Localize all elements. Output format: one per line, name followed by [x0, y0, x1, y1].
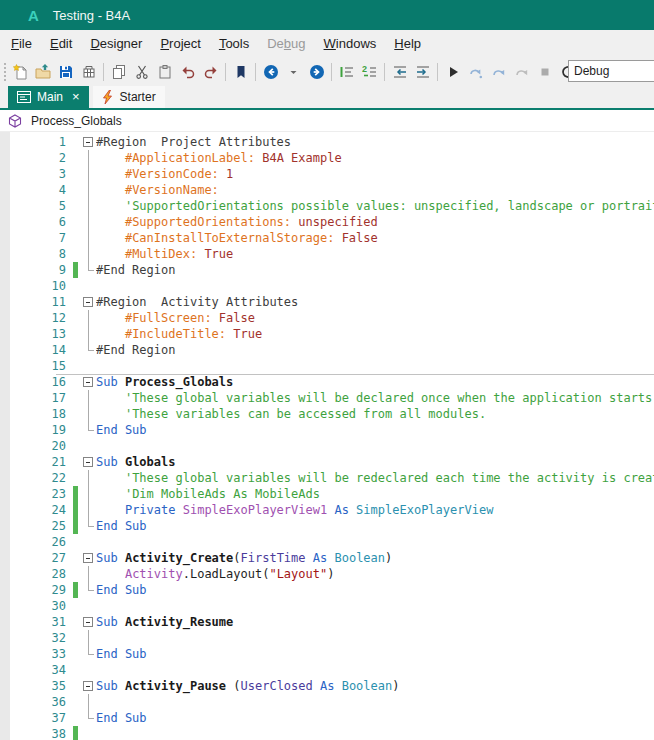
navigate-back-button[interactable]: [259, 61, 282, 83]
redo-button[interactable]: [199, 61, 222, 83]
code-line[interactable]: 15: [10, 358, 654, 374]
navigate-forward-button[interactable]: [305, 61, 328, 83]
line-number[interactable]: 35: [10, 678, 72, 694]
menu-item-edit[interactable]: Edit: [41, 32, 81, 55]
line-number[interactable]: 33: [10, 646, 72, 662]
line-number[interactable]: 9: [10, 262, 72, 278]
code-line[interactable]: 32: [10, 630, 654, 646]
tab-starter[interactable]: Starter: [93, 86, 165, 108]
code-line[interactable]: 33End Sub: [10, 646, 654, 662]
fold-collapse-icon[interactable]: [80, 374, 96, 390]
fold-collapse-icon[interactable]: [80, 678, 96, 694]
run-button[interactable]: [441, 61, 464, 83]
breadcrumb[interactable]: Process_Globals: [0, 110, 654, 132]
line-number[interactable]: 8: [10, 246, 72, 262]
line-number[interactable]: 11: [10, 294, 72, 310]
cut-button[interactable]: [130, 61, 153, 83]
code-line[interactable]: 24 Private SimpleExoPlayerView1 As Simpl…: [10, 502, 654, 518]
shift-left-button[interactable]: [388, 61, 411, 83]
tab-main[interactable]: Main ×: [8, 86, 89, 108]
new-file-button[interactable]: [8, 61, 31, 83]
code-line[interactable]: 7 #CanInstallToExternalStorage: False: [10, 230, 654, 246]
line-number[interactable]: 28: [10, 566, 72, 582]
line-number[interactable]: 25: [10, 518, 72, 534]
code-line[interactable]: 14#End Region: [10, 342, 654, 358]
line-number[interactable]: 1: [10, 134, 72, 150]
code-line[interactable]: 38: [10, 726, 654, 740]
code-line[interactable]: 19End Sub: [10, 422, 654, 438]
line-number[interactable]: 16: [10, 374, 72, 390]
line-number[interactable]: 15: [10, 358, 72, 374]
line-number[interactable]: 36: [10, 694, 72, 710]
code-line[interactable]: 11#Region Activity Attributes: [10, 294, 654, 310]
line-number[interactable]: 38: [10, 726, 72, 740]
code-line[interactable]: 27Sub Activity_Create(FirstTime As Boole…: [10, 550, 654, 566]
code-line[interactable]: 13 #IncludeTitle: True: [10, 326, 654, 342]
line-number[interactable]: 37: [10, 710, 72, 726]
menu-item-tools[interactable]: Tools: [210, 32, 258, 55]
code-line[interactable]: 28 Activity.LoadLayout("Layout"): [10, 566, 654, 582]
navigate-back-dropdown-button[interactable]: [282, 61, 305, 83]
code-line[interactable]: 9#End Region: [10, 262, 654, 278]
stop-button[interactable]: [533, 61, 556, 83]
code-line[interactable]: 23 'Dim MobileAds As MobileAds: [10, 486, 654, 502]
copy-button[interactable]: [107, 61, 130, 83]
code-line[interactable]: 37End Sub: [10, 710, 654, 726]
line-number[interactable]: 21: [10, 454, 72, 470]
line-number[interactable]: 24: [10, 502, 72, 518]
line-number[interactable]: 30: [10, 598, 72, 614]
line-number[interactable]: 5: [10, 198, 72, 214]
code-line[interactable]: 20: [10, 438, 654, 454]
close-icon[interactable]: ×: [72, 91, 80, 103]
build-configuration-combo[interactable]: Debug: [568, 60, 654, 82]
line-number[interactable]: 34: [10, 662, 72, 678]
line-number[interactable]: 6: [10, 214, 72, 230]
line-number[interactable]: 14: [10, 342, 72, 358]
undo-button[interactable]: [176, 61, 199, 83]
code-line[interactable]: 6 #SupportedOrientations: unspecified: [10, 214, 654, 230]
code-line[interactable]: 18 'These variables can be accessed from…: [10, 406, 654, 422]
line-number[interactable]: 18: [10, 406, 72, 422]
line-number[interactable]: 4: [10, 182, 72, 198]
code-line[interactable]: 34: [10, 662, 654, 678]
menu-item-designer[interactable]: Designer: [81, 32, 151, 55]
reindent-code-button[interactable]: [335, 61, 358, 83]
open-project-button[interactable]: [31, 61, 54, 83]
line-number[interactable]: 10: [10, 278, 72, 294]
step-out-button[interactable]: [510, 61, 533, 83]
line-number[interactable]: 32: [10, 630, 72, 646]
line-number[interactable]: 31: [10, 614, 72, 630]
code-line[interactable]: 10: [10, 278, 654, 294]
code-line[interactable]: 21Sub Globals: [10, 454, 654, 470]
code-pane[interactable]: 1#Region Project Attributes2 #Applicatio…: [10, 132, 654, 740]
line-number[interactable]: 17: [10, 390, 72, 406]
line-number[interactable]: 22: [10, 470, 72, 486]
paste-button[interactable]: [153, 61, 176, 83]
code-line[interactable]: 8 #MultiDex: True: [10, 246, 654, 262]
line-number[interactable]: 3: [10, 166, 72, 182]
code-line[interactable]: 36: [10, 694, 654, 710]
code-line[interactable]: 22 'These global variables will be redec…: [10, 470, 654, 486]
code-line[interactable]: 29End Sub: [10, 582, 654, 598]
code-line[interactable]: 16Sub Process_Globals: [10, 374, 654, 390]
step-over-button[interactable]: [487, 61, 510, 83]
code-line[interactable]: 35Sub Activity_Pause (UserClosed As Bool…: [10, 678, 654, 694]
save-button[interactable]: [54, 61, 77, 83]
line-number[interactable]: 2: [10, 150, 72, 166]
line-number[interactable]: 13: [10, 326, 72, 342]
code-line[interactable]: 25End Sub: [10, 518, 654, 534]
fold-collapse-icon[interactable]: [80, 550, 96, 566]
line-number[interactable]: 23: [10, 486, 72, 502]
code-line[interactable]: 4 #VersionName:: [10, 182, 654, 198]
step-into-button[interactable]: [464, 61, 487, 83]
menu-item-project[interactable]: Project: [151, 32, 209, 55]
code-line[interactable]: 5 'SupportedOrientations possible values…: [10, 198, 654, 214]
line-number[interactable]: 12: [10, 310, 72, 326]
line-number[interactable]: 26: [10, 534, 72, 550]
code-line[interactable]: 1#Region Project Attributes: [10, 134, 654, 150]
menu-item-file[interactable]: File: [2, 32, 41, 55]
line-number[interactable]: 29: [10, 582, 72, 598]
menu-item-help[interactable]: Help: [385, 32, 430, 55]
line-number[interactable]: 19: [10, 422, 72, 438]
menu-item-windows[interactable]: Windows: [315, 32, 386, 55]
